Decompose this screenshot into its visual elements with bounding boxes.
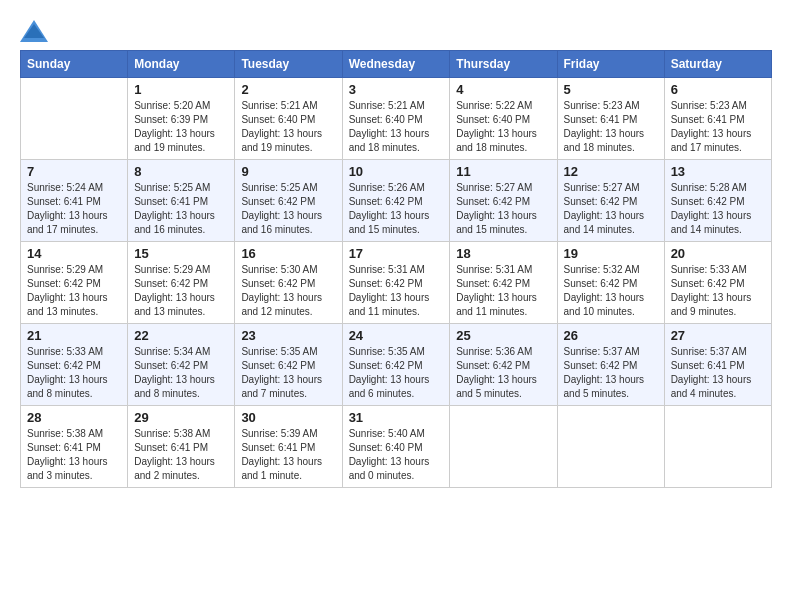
day-cell: 17Sunrise: 5:31 AMSunset: 6:42 PMDayligh…	[342, 242, 450, 324]
day-cell: 20Sunrise: 5:33 AMSunset: 6:42 PMDayligh…	[664, 242, 771, 324]
day-number: 16	[241, 246, 335, 261]
day-cell: 19Sunrise: 5:32 AMSunset: 6:42 PMDayligh…	[557, 242, 664, 324]
day-cell: 11Sunrise: 5:27 AMSunset: 6:42 PMDayligh…	[450, 160, 557, 242]
col-header-tuesday: Tuesday	[235, 51, 342, 78]
day-info: Sunrise: 5:39 AMSunset: 6:41 PMDaylight:…	[241, 427, 335, 483]
day-number: 1	[134, 82, 228, 97]
day-cell: 9Sunrise: 5:25 AMSunset: 6:42 PMDaylight…	[235, 160, 342, 242]
day-number: 14	[27, 246, 121, 261]
day-number: 21	[27, 328, 121, 343]
day-number: 8	[134, 164, 228, 179]
day-info: Sunrise: 5:23 AMSunset: 6:41 PMDaylight:…	[564, 99, 658, 155]
day-number: 23	[241, 328, 335, 343]
day-info: Sunrise: 5:25 AMSunset: 6:41 PMDaylight:…	[134, 181, 228, 237]
day-info: Sunrise: 5:34 AMSunset: 6:42 PMDaylight:…	[134, 345, 228, 401]
day-number: 11	[456, 164, 550, 179]
week-row-1: 1Sunrise: 5:20 AMSunset: 6:39 PMDaylight…	[21, 78, 772, 160]
day-number: 22	[134, 328, 228, 343]
day-number: 19	[564, 246, 658, 261]
day-number: 5	[564, 82, 658, 97]
day-cell: 5Sunrise: 5:23 AMSunset: 6:41 PMDaylight…	[557, 78, 664, 160]
day-number: 28	[27, 410, 121, 425]
day-cell: 30Sunrise: 5:39 AMSunset: 6:41 PMDayligh…	[235, 406, 342, 488]
logo	[20, 20, 48, 40]
day-number: 17	[349, 246, 444, 261]
day-cell: 10Sunrise: 5:26 AMSunset: 6:42 PMDayligh…	[342, 160, 450, 242]
day-cell: 6Sunrise: 5:23 AMSunset: 6:41 PMDaylight…	[664, 78, 771, 160]
calendar-header-row: SundayMondayTuesdayWednesdayThursdayFrid…	[21, 51, 772, 78]
day-info: Sunrise: 5:26 AMSunset: 6:42 PMDaylight:…	[349, 181, 444, 237]
day-info: Sunrise: 5:35 AMSunset: 6:42 PMDaylight:…	[241, 345, 335, 401]
day-cell: 16Sunrise: 5:30 AMSunset: 6:42 PMDayligh…	[235, 242, 342, 324]
day-cell: 23Sunrise: 5:35 AMSunset: 6:42 PMDayligh…	[235, 324, 342, 406]
day-info: Sunrise: 5:25 AMSunset: 6:42 PMDaylight:…	[241, 181, 335, 237]
day-cell: 7Sunrise: 5:24 AMSunset: 6:41 PMDaylight…	[21, 160, 128, 242]
day-cell: 21Sunrise: 5:33 AMSunset: 6:42 PMDayligh…	[21, 324, 128, 406]
day-info: Sunrise: 5:31 AMSunset: 6:42 PMDaylight:…	[456, 263, 550, 319]
day-info: Sunrise: 5:37 AMSunset: 6:42 PMDaylight:…	[564, 345, 658, 401]
day-info: Sunrise: 5:28 AMSunset: 6:42 PMDaylight:…	[671, 181, 765, 237]
day-number: 29	[134, 410, 228, 425]
day-number: 3	[349, 82, 444, 97]
day-number: 13	[671, 164, 765, 179]
day-info: Sunrise: 5:23 AMSunset: 6:41 PMDaylight:…	[671, 99, 765, 155]
week-row-3: 14Sunrise: 5:29 AMSunset: 6:42 PMDayligh…	[21, 242, 772, 324]
day-cell: 28Sunrise: 5:38 AMSunset: 6:41 PMDayligh…	[21, 406, 128, 488]
day-cell	[664, 406, 771, 488]
day-cell: 31Sunrise: 5:40 AMSunset: 6:40 PMDayligh…	[342, 406, 450, 488]
day-number: 6	[671, 82, 765, 97]
day-info: Sunrise: 5:29 AMSunset: 6:42 PMDaylight:…	[134, 263, 228, 319]
day-number: 4	[456, 82, 550, 97]
logo-icon	[20, 20, 44, 40]
day-cell: 4Sunrise: 5:22 AMSunset: 6:40 PMDaylight…	[450, 78, 557, 160]
day-info: Sunrise: 5:20 AMSunset: 6:39 PMDaylight:…	[134, 99, 228, 155]
day-cell: 26Sunrise: 5:37 AMSunset: 6:42 PMDayligh…	[557, 324, 664, 406]
day-number: 12	[564, 164, 658, 179]
day-cell: 25Sunrise: 5:36 AMSunset: 6:42 PMDayligh…	[450, 324, 557, 406]
day-info: Sunrise: 5:30 AMSunset: 6:42 PMDaylight:…	[241, 263, 335, 319]
day-cell: 18Sunrise: 5:31 AMSunset: 6:42 PMDayligh…	[450, 242, 557, 324]
day-number: 9	[241, 164, 335, 179]
day-cell: 13Sunrise: 5:28 AMSunset: 6:42 PMDayligh…	[664, 160, 771, 242]
col-header-monday: Monday	[128, 51, 235, 78]
day-info: Sunrise: 5:38 AMSunset: 6:41 PMDaylight:…	[27, 427, 121, 483]
day-cell	[557, 406, 664, 488]
day-number: 26	[564, 328, 658, 343]
day-cell: 8Sunrise: 5:25 AMSunset: 6:41 PMDaylight…	[128, 160, 235, 242]
day-number: 20	[671, 246, 765, 261]
week-row-4: 21Sunrise: 5:33 AMSunset: 6:42 PMDayligh…	[21, 324, 772, 406]
day-cell: 3Sunrise: 5:21 AMSunset: 6:40 PMDaylight…	[342, 78, 450, 160]
day-number: 30	[241, 410, 335, 425]
day-number: 27	[671, 328, 765, 343]
day-cell: 22Sunrise: 5:34 AMSunset: 6:42 PMDayligh…	[128, 324, 235, 406]
col-header-sunday: Sunday	[21, 51, 128, 78]
day-cell: 15Sunrise: 5:29 AMSunset: 6:42 PMDayligh…	[128, 242, 235, 324]
col-header-friday: Friday	[557, 51, 664, 78]
day-cell: 14Sunrise: 5:29 AMSunset: 6:42 PMDayligh…	[21, 242, 128, 324]
day-number: 2	[241, 82, 335, 97]
day-info: Sunrise: 5:27 AMSunset: 6:42 PMDaylight:…	[564, 181, 658, 237]
day-info: Sunrise: 5:40 AMSunset: 6:40 PMDaylight:…	[349, 427, 444, 483]
day-info: Sunrise: 5:33 AMSunset: 6:42 PMDaylight:…	[671, 263, 765, 319]
day-info: Sunrise: 5:22 AMSunset: 6:40 PMDaylight:…	[456, 99, 550, 155]
col-header-wednesday: Wednesday	[342, 51, 450, 78]
day-cell: 1Sunrise: 5:20 AMSunset: 6:39 PMDaylight…	[128, 78, 235, 160]
day-cell: 12Sunrise: 5:27 AMSunset: 6:42 PMDayligh…	[557, 160, 664, 242]
day-cell: 27Sunrise: 5:37 AMSunset: 6:41 PMDayligh…	[664, 324, 771, 406]
day-info: Sunrise: 5:33 AMSunset: 6:42 PMDaylight:…	[27, 345, 121, 401]
day-cell: 29Sunrise: 5:38 AMSunset: 6:41 PMDayligh…	[128, 406, 235, 488]
col-header-saturday: Saturday	[664, 51, 771, 78]
day-info: Sunrise: 5:21 AMSunset: 6:40 PMDaylight:…	[241, 99, 335, 155]
day-cell	[450, 406, 557, 488]
day-info: Sunrise: 5:32 AMSunset: 6:42 PMDaylight:…	[564, 263, 658, 319]
day-cell: 24Sunrise: 5:35 AMSunset: 6:42 PMDayligh…	[342, 324, 450, 406]
day-info: Sunrise: 5:21 AMSunset: 6:40 PMDaylight:…	[349, 99, 444, 155]
calendar-table: SundayMondayTuesdayWednesdayThursdayFrid…	[20, 50, 772, 488]
header	[20, 20, 772, 40]
day-cell	[21, 78, 128, 160]
day-number: 7	[27, 164, 121, 179]
day-info: Sunrise: 5:36 AMSunset: 6:42 PMDaylight:…	[456, 345, 550, 401]
day-number: 31	[349, 410, 444, 425]
day-number: 18	[456, 246, 550, 261]
col-header-thursday: Thursday	[450, 51, 557, 78]
